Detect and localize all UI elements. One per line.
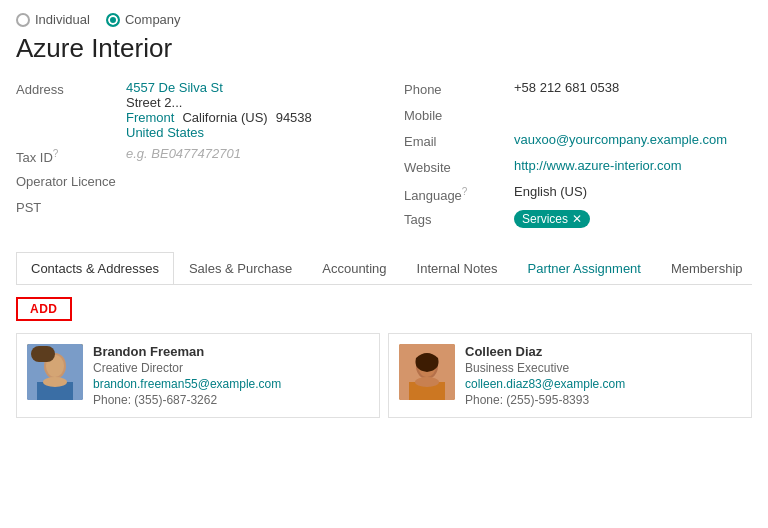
address-zip: 94538: [276, 110, 312, 125]
email-row: Email vauxoo@yourcompany.example.com: [404, 132, 752, 154]
contact-card-brandon: Brandon Freeman Creative Director brando…: [16, 333, 380, 418]
svg-point-10: [415, 377, 439, 387]
individual-label: Individual: [35, 12, 90, 27]
contact-phone-brandon: Phone: (355)-687-3262: [93, 393, 369, 407]
website-label: Website: [404, 158, 514, 175]
address-row: Address 4557 De Silva St Street 2... Fre…: [16, 80, 364, 140]
pst-row: PST: [16, 198, 364, 220]
taxid-label: Tax ID?: [16, 146, 126, 165]
taxid-input[interactable]: e.g. BE0477472701: [126, 146, 364, 161]
tags-label: Tags: [404, 210, 514, 227]
form-section: Address 4557 De Silva St Street 2... Fre…: [16, 80, 752, 236]
address-street1[interactable]: 4557 De Silva St: [126, 80, 364, 95]
radio-group: Individual Company: [16, 12, 752, 27]
left-fields: Address 4557 De Silva St Street 2... Fre…: [16, 80, 364, 236]
operator-label: Operator Licence: [16, 172, 126, 189]
email-value[interactable]: vauxoo@yourcompany.example.com: [514, 132, 752, 147]
right-fields: Phone +58 212 681 0538 Mobile Email vaux…: [404, 80, 752, 236]
svg-point-4: [43, 377, 67, 387]
individual-option[interactable]: Individual: [16, 12, 90, 27]
website-row: Website http://www.azure-interior.com: [404, 158, 752, 180]
phone-label: Phone: [404, 80, 514, 97]
tags-container: Services ✕: [514, 210, 590, 228]
contact-title-brandon: Creative Director: [93, 361, 369, 375]
address-street2[interactable]: Street 2...: [126, 95, 364, 110]
tab-sales[interactable]: Sales & Purchase: [174, 252, 307, 284]
company-radio[interactable]: [106, 13, 120, 27]
avatar-brandon: [27, 344, 83, 400]
pst-label: PST: [16, 198, 126, 215]
tag-services-close[interactable]: ✕: [572, 212, 582, 226]
avatar-colleen: [399, 344, 455, 400]
tags-row: Tags Services ✕: [404, 210, 752, 232]
company-option[interactable]: Company: [106, 12, 181, 27]
address-city[interactable]: Fremont: [126, 110, 174, 125]
mobile-row: Mobile: [404, 106, 752, 128]
contacts-grid: Brandon Freeman Creative Director brando…: [16, 333, 752, 418]
email-label: Email: [404, 132, 514, 149]
taxid-help-icon: ?: [53, 148, 59, 159]
main-page: Individual Company Azure Interior Addres…: [0, 0, 768, 442]
language-row: Language? English (US): [404, 184, 752, 206]
contact-title-colleen: Business Executive: [465, 361, 741, 375]
operator-row: Operator Licence: [16, 172, 364, 194]
contact-email-colleen[interactable]: colleen.diaz83@example.com: [465, 377, 741, 391]
individual-radio[interactable]: [16, 13, 30, 27]
phone-value: +58 212 681 0538: [514, 80, 752, 95]
taxid-row: Tax ID? e.g. BE0477472701: [16, 146, 364, 168]
tab-notes[interactable]: Internal Notes: [402, 252, 513, 284]
tab-partner[interactable]: Partner Assignment: [513, 252, 656, 284]
contact-email-brandon[interactable]: brandon.freeman55@example.com: [93, 377, 369, 391]
company-label: Company: [125, 12, 181, 27]
svg-rect-5: [31, 346, 55, 362]
language-help-icon: ?: [462, 186, 468, 197]
tab-content-contacts: ADD Brandon Freeman Creative Dire: [16, 285, 752, 430]
address-block: 4557 De Silva St Street 2... Fremont Cal…: [126, 80, 364, 140]
website-value[interactable]: http://www.azure-interior.com: [514, 158, 752, 173]
contact-name-brandon: Brandon Freeman: [93, 344, 369, 359]
contact-phone-colleen: Phone: (255)-595-8393: [465, 393, 741, 407]
tag-services-label: Services: [522, 212, 568, 226]
language-label: Language?: [404, 184, 514, 203]
add-button[interactable]: ADD: [16, 297, 72, 321]
address-city-row: Fremont California (US) 94538: [126, 110, 364, 125]
language-value: English (US): [514, 184, 752, 199]
tab-bar: Contacts & Addresses Sales & Purchase Ac…: [16, 252, 752, 285]
contact-name-colleen: Colleen Diaz: [465, 344, 741, 359]
tag-services[interactable]: Services ✕: [514, 210, 590, 228]
contact-card-colleen: Colleen Diaz Business Executive colleen.…: [388, 333, 752, 418]
address-state: California (US): [182, 110, 267, 125]
phone-row: Phone +58 212 681 0538: [404, 80, 752, 102]
company-title: Azure Interior: [16, 33, 752, 64]
tab-accounting[interactable]: Accounting: [307, 252, 401, 284]
address-label: Address: [16, 80, 126, 97]
contact-info-brandon: Brandon Freeman Creative Director brando…: [93, 344, 369, 407]
address-country[interactable]: United States: [126, 125, 364, 140]
tab-contacts[interactable]: Contacts & Addresses: [16, 252, 174, 285]
mobile-label: Mobile: [404, 106, 514, 123]
contact-info-colleen: Colleen Diaz Business Executive colleen.…: [465, 344, 741, 407]
tab-membership[interactable]: Membership: [656, 252, 752, 284]
